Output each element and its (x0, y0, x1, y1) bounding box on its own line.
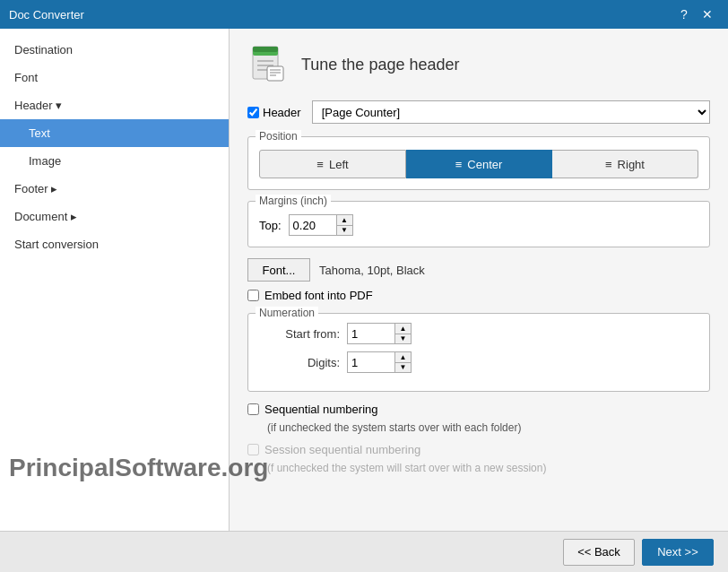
position-left-button[interactable]: ≡ Left (259, 150, 406, 178)
embed-row: Embed font into PDF (247, 289, 710, 302)
numeration-section: Numeration Start from: ▲ ▼ Digits: ▲ (247, 313, 710, 392)
top-margin-arrows: ▲ ▼ (336, 215, 352, 235)
session-label: Session sequential numbering (264, 443, 420, 456)
close-button[interactable]: ✕ (696, 3, 719, 26)
start-from-down[interactable]: ▼ (395, 334, 411, 344)
position-right-label: Right (618, 158, 645, 171)
doc-converter-icon (249, 45, 289, 84)
sidebar-item-image[interactable]: Image (0, 147, 229, 175)
start-from-row: Start from: ▲ ▼ (259, 323, 698, 344)
position-center-label: Center (467, 158, 502, 171)
position-left-label: Left (329, 158, 349, 171)
font-row: Font... Tahoma, 10pt, Black (247, 258, 710, 282)
back-button[interactable]: << Back (563, 539, 635, 566)
margins-row: Top: ▲ ▼ (259, 214, 698, 236)
top-margin-up[interactable]: ▲ (337, 215, 352, 226)
position-right-button[interactable]: ≡ Right (552, 150, 698, 178)
header-checkbox[interactable] (247, 107, 259, 118)
page-header-icon (247, 43, 290, 86)
font-info: Tahoma, 10pt, Black (319, 264, 425, 277)
sidebar: DestinationFontHeader ▾TextImageFooter ▸… (0, 29, 230, 531)
header-checkbox-label[interactable]: Header (247, 106, 301, 119)
content-area: Tune the page header Header [Page Counte… (230, 29, 728, 531)
digits-input[interactable] (351, 356, 398, 369)
top-margin-input[interactable] (293, 219, 340, 232)
digits-spinbox: ▲ ▼ (347, 351, 412, 373)
digits-down[interactable]: ▼ (395, 363, 411, 373)
session-row: Session sequential numbering (247, 443, 710, 456)
header-row: Header [Page Counter][File Name][Date][C… (247, 100, 710, 124)
digits-row: Digits: ▲ ▼ (259, 351, 698, 373)
sidebar-item-document[interactable]: Document ▸ (0, 203, 229, 230)
start-from-label: Start from: (259, 327, 340, 341)
start-from-spinbox: ▲ ▼ (347, 323, 412, 344)
sidebar-item-start-conversion[interactable]: Start conversion (0, 230, 229, 258)
header-label: Header (263, 106, 301, 119)
margins-section: Margins (inch) Top: ▲ ▼ (247, 201, 710, 247)
margins-section-label: Margins (inch) (256, 195, 331, 207)
start-from-arrows: ▲ ▼ (394, 324, 411, 343)
sequential-checkbox[interactable] (247, 403, 259, 415)
bottom-bar: << Back Next >> (0, 531, 728, 572)
svg-rect-6 (267, 66, 283, 81)
position-buttons: ≡ Left ≡ Center ≡ Right (259, 150, 698, 178)
page-header: Tune the page header (247, 43, 710, 86)
help-button[interactable]: ? (672, 3, 696, 26)
font-button[interactable]: Font... (247, 258, 310, 282)
title-bar: Doc Converter ? ✕ (0, 0, 728, 29)
page-title: Tune the page header (301, 56, 459, 74)
embed-font-checkbox[interactable] (247, 290, 259, 301)
main-container: DestinationFontHeader ▾TextImageFooter ▸… (0, 29, 728, 531)
top-margin-down[interactable]: ▼ (337, 226, 352, 236)
sequential-label: Sequential numbering (264, 403, 377, 416)
position-section: Position ≡ Left ≡ Center ≡ Right (247, 136, 710, 190)
sequential-note: (if unchecked the system starts over wit… (247, 421, 710, 434)
header-dropdown[interactable]: [Page Counter][File Name][Date][Custom T… (312, 100, 710, 124)
session-checkbox (247, 444, 259, 455)
align-left-icon: ≡ (316, 158, 324, 171)
sidebar-item-destination[interactable]: Destination (0, 36, 229, 64)
digits-up[interactable]: ▲ (395, 352, 411, 363)
digits-arrows: ▲ ▼ (394, 352, 411, 372)
svg-rect-2 (253, 47, 278, 52)
numeration-section-label: Numeration (256, 307, 318, 319)
next-button[interactable]: Next >> (642, 539, 714, 566)
sidebar-item-font[interactable]: Font (0, 64, 229, 91)
session-note: (f unchecked the system will start over … (247, 462, 710, 474)
align-right-icon: ≡ (605, 158, 612, 171)
app-title: Doc Converter (9, 8, 84, 22)
start-from-up[interactable]: ▲ (395, 324, 411, 334)
embed-font-label[interactable]: Embed font into PDF (264, 289, 373, 302)
position-center-button[interactable]: ≡ Center (406, 150, 552, 178)
sequential-row: Sequential numbering (247, 403, 710, 416)
top-margin-spinbox: ▲ ▼ (289, 214, 353, 236)
align-center-icon: ≡ (455, 158, 463, 171)
top-label: Top: (259, 219, 282, 232)
start-from-input[interactable] (351, 327, 398, 341)
sidebar-item-text[interactable]: Text (0, 119, 229, 147)
position-section-label: Position (256, 130, 301, 143)
sidebar-item-footer[interactable]: Footer ▸ (0, 175, 229, 203)
digits-label: Digits: (259, 356, 340, 369)
sidebar-item-header[interactable]: Header ▾ (0, 91, 229, 119)
